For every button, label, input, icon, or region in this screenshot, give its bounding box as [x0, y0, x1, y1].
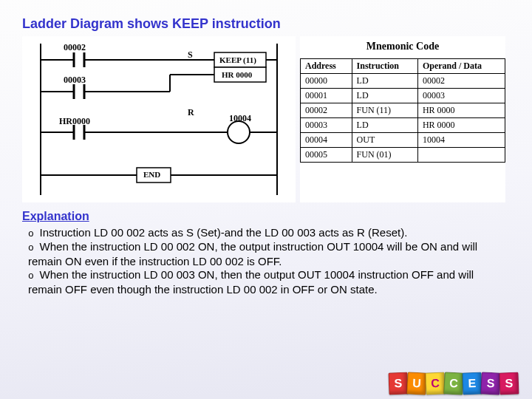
mnemonic-table: Address Instruction Operand / Data 00000… — [300, 58, 505, 163]
svg-point-19 — [228, 121, 250, 143]
bullet-icon: o — [28, 228, 40, 239]
cell: FUN (01) — [352, 148, 417, 163]
block-letter: S — [388, 372, 408, 395]
cell: 00003 — [417, 89, 505, 103]
table-header-row: Address Instruction Operand / Data — [301, 59, 505, 74]
block-letter: C — [443, 372, 464, 395]
explanation-heading: Explanation — [22, 210, 510, 223]
table-row: 00001LD00003 — [301, 89, 505, 103]
hr-box-label: HR 0000 — [222, 70, 252, 79]
mnemonic-title: Mnemonic Code — [300, 36, 505, 58]
bullet-icon: o — [28, 242, 40, 253]
cell: HR 0000 — [417, 103, 505, 118]
coil-label: 10004 — [229, 113, 251, 124]
contact-label-00002: 00002 — [64, 42, 86, 53]
table-row: 00003LDHR 0000 — [301, 118, 505, 133]
cell: 00002 — [301, 103, 352, 118]
cell: FUN (11) — [352, 103, 417, 118]
explanation-item: When the instruction LD 00 002 ON, the o… — [28, 240, 477, 267]
table-row: 00005FUN (01) — [301, 148, 505, 163]
cell: HR 0000 — [417, 118, 505, 133]
cell: LD — [352, 118, 417, 133]
mnemonic-panel: Mnemonic Code Address Instruction Operan… — [300, 36, 505, 202]
col-operand: Operand / Data — [417, 59, 505, 74]
page-title: Ladder Diagram shows KEEP instruction — [22, 16, 510, 32]
block-letter: E — [462, 372, 482, 395]
cell: OUT — [352, 133, 417, 148]
cell: 00003 — [301, 118, 352, 133]
explanation-item: When the instruction LD 00 003 ON, then … — [28, 268, 474, 295]
contact-label-00003: 00003 — [64, 75, 86, 86]
s-label: S — [188, 50, 193, 61]
col-instruction: Instruction — [352, 59, 417, 74]
table-row: 00000LD00002 — [301, 74, 505, 89]
cell: LD — [352, 74, 417, 89]
cell — [417, 148, 505, 163]
explanation-body: o Instruction LD 00 002 acts as S (Set)-… — [22, 226, 510, 296]
cell: LD — [352, 89, 417, 103]
block-letter: U — [406, 372, 427, 395]
explanation-item: Instruction LD 00 002 acts as S (Set)-an… — [40, 226, 408, 239]
end-box-label: END — [143, 170, 160, 179]
block-letter: C — [425, 372, 445, 395]
cell: 00002 — [417, 74, 505, 89]
block-letter: S — [499, 372, 519, 395]
cell: 00000 — [301, 74, 352, 89]
table-row: 00002FUN (11)HR 0000 — [301, 103, 505, 118]
cell: 10004 — [417, 133, 505, 148]
cell: 00001 — [301, 89, 352, 103]
col-address: Address — [301, 59, 352, 74]
panels-row: 00002 00003 HR0000 S R KEEP (11) HR 0000… — [22, 36, 510, 202]
ladder-diagram: 00002 00003 HR0000 S R KEEP (11) HR 0000… — [22, 36, 296, 202]
contact-label-hr0000: HR0000 — [59, 116, 90, 127]
success-blocks: S U C C E S S — [389, 372, 519, 395]
r-label: R — [188, 107, 194, 118]
bullet-icon: o — [28, 270, 40, 282]
block-letter: S — [480, 372, 501, 395]
table-row: 00004OUT10004 — [301, 133, 505, 148]
cell: 00005 — [301, 148, 352, 163]
keep-box-label: KEEP (11) — [219, 55, 256, 64]
cell: 00004 — [301, 133, 352, 148]
